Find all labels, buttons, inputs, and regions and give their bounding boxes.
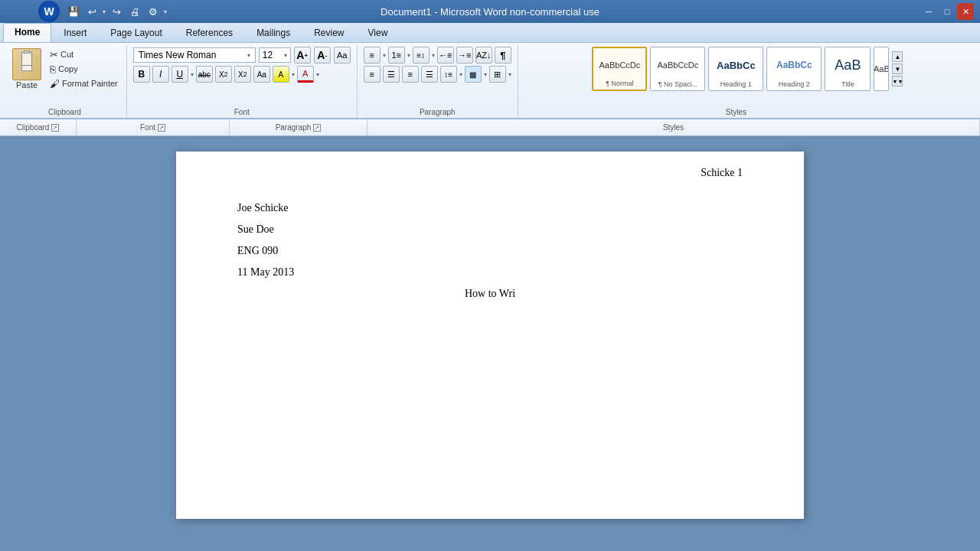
strikethrough-button[interactable]: abc [196,66,213,83]
clipboard-label: Clipboard [3,108,126,116]
font-name-dropdown[interactable]: Times New Roman ▾ [133,47,256,63]
line-spacing-button[interactable]: ↕≡ [440,66,457,83]
styles-sec-text: Styles [663,123,684,132]
document-page[interactable]: Schicke 1 Joe Schicke Sue Doe ENG 090 11… [176,152,804,519]
tab-review[interactable]: Review [302,24,355,42]
font-section: Times New Roman ▾ 12 ▾ A+ A- Aa B I U ▾ … [127,45,358,118]
clipboard-expand-button[interactable]: ↗ [51,124,59,132]
style-partial[interactable]: AaB [874,47,889,91]
tab-references[interactable]: References [175,24,244,42]
tab-pagelayout[interactable]: Page Layout [99,24,173,42]
style-heading1-preview: AaBbCc [717,50,756,80]
section-labels-bar: Clipboard ↗ Font ↗ Paragraph ↗ Styles [0,119,980,136]
copy-button[interactable]: ⎘ Copy [47,63,120,76]
styles-scroll-down[interactable]: ▼ [892,64,903,74]
format-painter-icon: 🖌 [50,78,60,90]
clear-formatting-button[interactable]: Aa [334,47,351,64]
clipboard-section: Paste ✂ Cut ⎘ Copy 🖌 Format Painter Clip… [3,45,127,118]
document-content: Joe Schicke Sue Doe ENG 090 11 May 2013 … [237,197,743,305]
minimize-button[interactable]: ─ [920,3,937,20]
style-no-spacing-label: ¶ No Spaci... [658,80,697,88]
doc-line-1: Joe Schicke [237,197,743,219]
borders-dropdown[interactable]: ▾ [508,71,511,78]
style-heading2[interactable]: AaBbCc Heading 2 [766,47,822,91]
shading-dropdown[interactable]: ▾ [484,71,487,78]
numbering-button[interactable]: 1≡ [388,47,405,64]
underline-button[interactable]: U [172,66,188,83]
text-highlight-button[interactable]: A [273,66,289,83]
tab-mailings[interactable]: Mailings [245,24,302,42]
justify-button[interactable]: ☰ [421,66,438,83]
color-dropdown[interactable]: ▾ [316,71,319,78]
style-heading1[interactable]: AaBbCc Heading 1 [708,47,763,91]
show-formatting-button[interactable]: ¶ [495,47,511,64]
align-right-button[interactable]: ≡ [402,66,419,83]
align-left-button[interactable]: ≡ [364,66,381,83]
font-color-button[interactable]: A [297,66,314,83]
page-header: Schicke 1 [701,167,743,179]
undo-dropdown-icon[interactable]: ▾ [103,8,106,15]
multilevel-dropdown[interactable]: ▾ [432,52,435,59]
tab-view[interactable]: View [357,24,400,42]
window-title: Document1 - Microsoft Word non-commercia… [381,6,599,18]
styles-section-label: Styles [368,119,980,135]
increase-indent-button[interactable]: →≡ [456,47,473,64]
paragraph-sec-text: Paragraph [276,123,312,132]
font-size-value: 12 [263,50,273,60]
cut-label: Cut [60,50,74,59]
superscript-button[interactable]: X2 [234,66,251,83]
italic-button[interactable]: I [152,66,169,83]
change-case-button[interactable]: Aa [253,66,270,83]
styles-scroll: ▲ ▼ ▼▼ [892,51,903,86]
spacing-dropdown[interactable]: ▾ [459,71,462,78]
format-painter-button[interactable]: 🖌 Format Painter [47,77,120,90]
style-normal[interactable]: AaBbCcDc ¶ Normal [592,47,647,91]
tab-insert[interactable]: Insert [52,24,98,42]
bullets-dropdown[interactable]: ▾ [383,52,386,59]
window-controls: ─ □ ✕ [920,3,974,20]
paragraph-section: ≡ ▾ 1≡ ▾ ≡↕ ▾ ←≡ →≡ AZ↓ ¶ ≡ ☰ ≡ ☰ ↕≡ ▾ ▩ [358,45,518,118]
subscript-button[interactable]: X2 [215,66,232,83]
font-expand-button[interactable]: ↗ [158,124,165,132]
customize-icon[interactable]: ⚙ [145,4,161,19]
font-size-arrow: ▾ [284,52,287,59]
shading-button[interactable]: ▩ [465,66,482,83]
highlight-dropdown[interactable]: ▾ [292,71,295,78]
font-grow-button[interactable]: A+ [294,47,311,64]
font-size-dropdown[interactable]: 12 ▾ [259,47,291,63]
underline-dropdown[interactable]: ▾ [191,71,194,78]
word-logo-icon: W [38,1,60,22]
undo-icon[interactable]: ↩ [84,4,100,19]
close-button[interactable]: ✕ [957,3,974,20]
print-preview-icon[interactable]: 🖨 [127,4,142,19]
title-bar: W 💾 ↩ ▾ ↪ 🖨 ⚙ ▾ Document1 - Microsoft Wo… [0,0,980,23]
sort-button[interactable]: AZ↓ [475,47,492,64]
decrease-indent-button[interactable]: ←≡ [437,47,454,64]
bullets-button[interactable]: ≡ [364,47,381,64]
multilevel-button[interactable]: ≡↕ [413,47,430,64]
font-shrink-button[interactable]: A- [314,47,331,64]
save-icon[interactable]: 💾 [66,4,81,19]
font-label: Font [127,108,357,116]
style-no-spacing[interactable]: AaBbCcDc ¶ No Spaci... [650,47,705,91]
align-center-button[interactable]: ☰ [383,66,400,83]
paste-button[interactable]: Paste [9,47,44,91]
styles-scroll-up[interactable]: ▲ [892,51,903,62]
style-title-preview: AaB [835,50,861,80]
cut-button[interactable]: ✂ Cut [47,48,120,61]
doc-line-4: 11 May 2013 [237,262,743,283]
borders-button[interactable]: ⊞ [489,66,506,83]
redo-icon[interactable]: ↪ [109,4,124,19]
maximize-button[interactable]: □ [939,3,956,20]
numbering-dropdown[interactable]: ▾ [407,52,410,59]
style-heading1-label: Heading 1 [720,80,752,88]
paragraph-expand-button[interactable]: ↗ [313,124,321,132]
qa-more-icon[interactable]: ▾ [164,8,167,15]
paste-icon [12,48,41,80]
styles-more[interactable]: ▼▼ [892,76,903,86]
bold-button[interactable]: B [133,66,150,83]
styles-label: Styles [518,108,954,116]
tab-home[interactable]: Home [3,23,51,42]
style-title[interactable]: AaB Title [825,47,871,91]
cut-icon: ✂ [50,49,58,60]
